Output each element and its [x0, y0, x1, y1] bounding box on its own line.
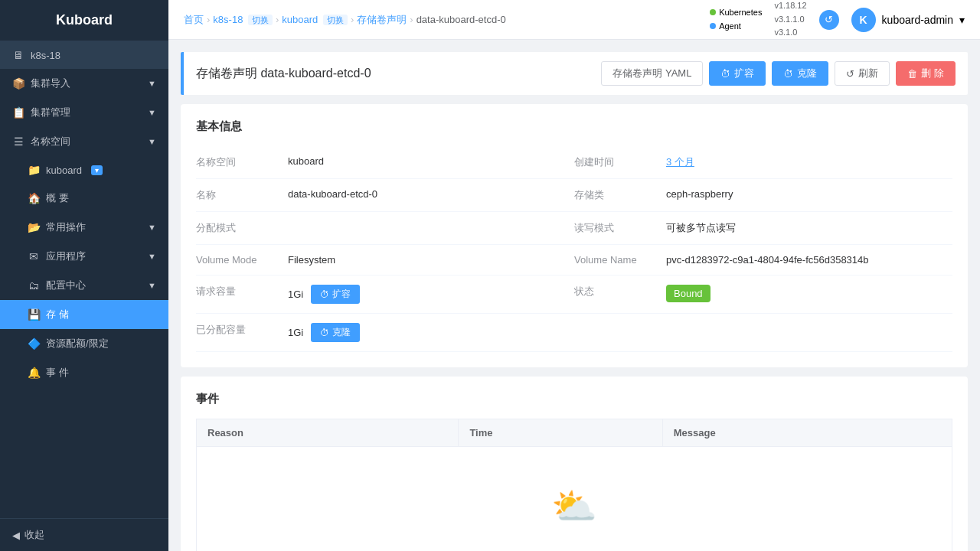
- folder-icon: 📁: [28, 164, 40, 176]
- chevron-icon: ▼: [148, 252, 156, 261]
- info-row-request-capacity: 请求容量 1Gi ⏱ 扩容: [196, 276, 574, 314]
- clone-button[interactable]: ⏱ 克隆: [772, 61, 828, 86]
- sidebar-item-label: 概 要: [46, 191, 69, 205]
- sidebar-item-common-ops[interactable]: 📂 常用操作 ▼: [0, 213, 168, 242]
- sidebar-item-namespace[interactable]: ☰ 名称空间 ▼: [0, 127, 168, 156]
- storage-class-label: 存储类: [574, 188, 666, 202]
- sidebar-item-label: kuboard: [46, 165, 82, 176]
- info-row-storage-class: 存储类 ceph-raspberry: [574, 179, 952, 212]
- request-capacity-value: 1Gi: [288, 289, 303, 300]
- sidebar-item-label: 常用操作: [46, 220, 86, 234]
- info-row-created: 创建时间 3 个月: [574, 146, 952, 179]
- expand-capacity-button[interactable]: ⏱ 扩容: [311, 285, 360, 304]
- breadcrumb: 首页 › k8s-18 切换 › kuboard 切换 › 存储卷声明 › da…: [184, 13, 506, 27]
- sidebar-item-label: 资源配额/限定: [46, 337, 109, 350]
- basic-info-section: 基本信息 名称空间 kuboard 创建时间 3 个月 名称 data-kubo…: [181, 104, 968, 367]
- quota-icon: 🔷: [28, 337, 40, 350]
- breadcrumb-pvc[interactable]: 存储卷声明: [357, 13, 407, 27]
- status-badge: Bound: [666, 285, 710, 302]
- sidebar-logo: Kuboard: [0, 0, 168, 41]
- switch-tag-kuboard[interactable]: 切换: [323, 15, 348, 25]
- expand-cap-icon: ⏱: [320, 289, 329, 300]
- user-avatar: K: [851, 8, 876, 32]
- name-value: data-kuboard-etcd-0: [288, 188, 574, 200]
- chevron-icon: ▼: [148, 79, 156, 88]
- sidebar-item-k8s18[interactable]: 🖥 k8s-18: [0, 41, 168, 69]
- info-row-volume-mode: Volume Mode Filesystem: [196, 245, 574, 276]
- clone-capacity-button[interactable]: ⏱ 克隆: [311, 323, 360, 342]
- config-icon: 🗂: [28, 279, 40, 292]
- created-label: 创建时间: [574, 155, 666, 169]
- read-mode-value: 可被多节点读写: [666, 221, 952, 235]
- info-grid: 名称空间 kuboard 创建时间 3 个月 名称 data-kuboard-e…: [196, 146, 952, 352]
- info-row-volume-name: Volume Name pvc-d1283972-c9a1-4804-94fe-…: [574, 245, 952, 276]
- request-capacity-label: 请求容量: [196, 285, 288, 298]
- breadcrumb-k8s18[interactable]: k8s-18 切换: [213, 14, 273, 26]
- sidebar-item-config[interactable]: 🗂 配置中心 ▼: [0, 271, 168, 300]
- sidebar-item-label: 配置中心: [46, 279, 86, 292]
- chevron-icon: ▼: [148, 281, 156, 290]
- cluster-info: Kubernetes Agent: [710, 6, 762, 33]
- name-label: 名称: [196, 188, 288, 202]
- delete-icon: 🗑: [907, 68, 917, 80]
- chevron-icon: ▼: [148, 223, 156, 232]
- info-row-status: 状态 Bound: [574, 276, 952, 314]
- sidebar-item-storage[interactable]: 💾 存 储: [0, 300, 168, 329]
- action-buttons: 存储卷声明 YAML ⏱ 扩容 ⏱ 克隆 ↺ 刷新 🗑 删 除: [601, 61, 956, 86]
- server-icon: 🖥: [12, 49, 24, 61]
- info-row-alloc-capacity: 已分配容量 1Gi ⏱ 克隆: [196, 314, 574, 352]
- breadcrumb-current: data-kuboard-etcd-0: [416, 14, 506, 25]
- breadcrumb-home[interactable]: 首页: [184, 13, 204, 27]
- events-table: Reason Time Message ⛅: [196, 419, 952, 551]
- info-row-empty: [574, 314, 952, 352]
- info-row-namespace: 名称空间 kuboard: [196, 146, 574, 179]
- sidebar-item-app[interactable]: ✉ 应用程序 ▼: [0, 242, 168, 271]
- namespace-icon: ☰: [12, 135, 24, 148]
- sidebar-item-label: 事 件: [46, 366, 69, 380]
- volume-name-label: Volume Name: [574, 254, 666, 266]
- sidebar-item-label: 存 储: [46, 308, 69, 321]
- created-value: 3 个月: [666, 155, 952, 169]
- empty-state: ⛅: [207, 455, 941, 551]
- expand-button[interactable]: ⏱ 扩容: [709, 61, 766, 86]
- expand-icon: ⏱: [720, 68, 730, 80]
- volume-mode-value: Filesystem: [288, 254, 574, 266]
- sidebar-item-kuboard[interactable]: 📁 kuboard ▾: [0, 156, 168, 184]
- events-empty-row: ⛅: [197, 447, 952, 552]
- switch-tag-k8s[interactable]: 切换: [248, 15, 273, 25]
- user-info[interactable]: K kuboard-admin ▾: [851, 8, 965, 32]
- namespace-label: 名称空间: [196, 155, 288, 169]
- info-row-name: 名称 data-kuboard-etcd-0: [196, 179, 574, 212]
- info-row-read-mode: 读写模式 可被多节点读写: [574, 212, 952, 245]
- collapse-label: 收起: [24, 528, 44, 542]
- sidebar-item-events[interactable]: 🔔 事 件: [0, 358, 168, 387]
- sidebar-item-label: k8s-18: [31, 50, 60, 61]
- sidebar-collapse[interactable]: ◀ 收起: [0, 518, 168, 551]
- basic-info-title: 基本信息: [196, 119, 952, 134]
- namespace-value: kuboard: [288, 155, 574, 167]
- header: 首页 › k8s-18 切换 › kuboard 切换 › 存储卷声明 › da…: [168, 0, 980, 40]
- clone-cap-icon: ⏱: [320, 328, 329, 338]
- refresh-btn-icon: ↺: [846, 68, 854, 80]
- sidebar-item-cluster-import[interactable]: 📦 集群导入 ▼: [0, 69, 168, 98]
- status-label: 状态: [574, 285, 666, 298]
- yaml-button[interactable]: 存储卷声明 YAML: [601, 61, 703, 86]
- collapse-icon: ◀: [12, 530, 20, 541]
- refresh-icon[interactable]: ↺: [819, 10, 839, 30]
- page-title: 存储卷声明 data-kuboard-etcd-0: [196, 66, 371, 82]
- storage-class-value: ceph-raspberry: [666, 188, 952, 200]
- page-title-bar: 存储卷声明 data-kuboard-etcd-0 存储卷声明 YAML ⏱ 扩…: [181, 52, 968, 95]
- sidebar-item-quota[interactable]: 🔷 资源配额/限定: [0, 329, 168, 358]
- clone-icon: ⏱: [783, 68, 793, 80]
- delete-button[interactable]: 🗑 删 除: [896, 61, 956, 86]
- import-icon: 📦: [12, 77, 24, 90]
- sidebar: Kuboard 🖥 k8s-18 📦 集群导入 ▼ 📋 集群管理 ▼ ☰ 名称空…: [0, 0, 168, 551]
- alloc-capacity-label: 已分配容量: [196, 323, 288, 337]
- sidebar-item-overview[interactable]: 🏠 概 要: [0, 184, 168, 213]
- breadcrumb-kuboard[interactable]: kuboard 切换: [282, 14, 348, 26]
- version-info: v1.18.12 v3.1.1.0 v3.1.0: [774, 0, 806, 40]
- user-dropdown-icon[interactable]: ▾: [959, 14, 965, 26]
- sidebar-item-label: 集群管理: [31, 106, 70, 119]
- refresh-button[interactable]: ↺ 刷新: [835, 61, 890, 86]
- sidebar-item-cluster-mgmt[interactable]: 📋 集群管理 ▼: [0, 98, 168, 127]
